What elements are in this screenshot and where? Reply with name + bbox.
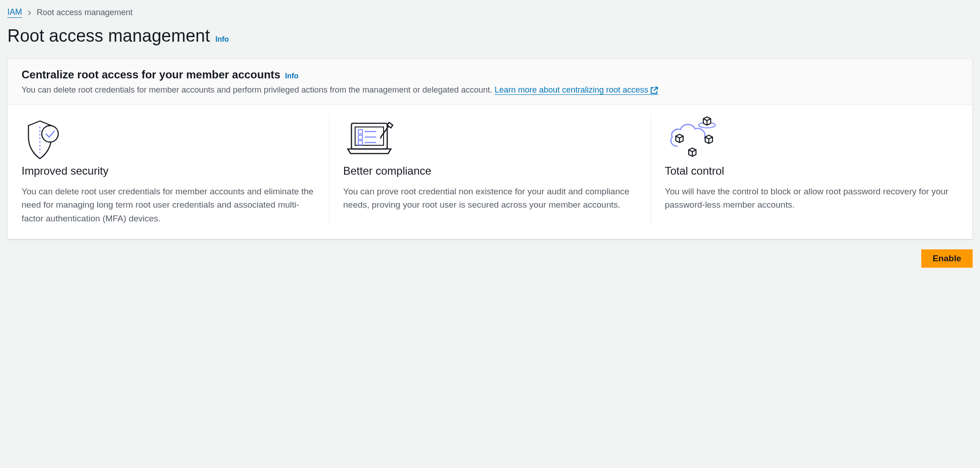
feature-desc: You will have the control to block or al… [665,185,958,212]
svg-point-1 [42,126,58,142]
chevron-right-icon [27,10,32,16]
main-panel: Centralize root access for your member a… [7,59,973,239]
svg-rect-4 [358,130,362,134]
feature-title: Better compliance [343,165,637,177]
feature-better-compliance: Better compliance You can prove root cre… [329,114,651,225]
laptop-checklist-icon [343,114,637,165]
panel-subtitle-text: You can delete root credentials for memb… [22,85,495,94]
external-link-icon [650,86,658,94]
shield-check-icon [22,114,315,165]
feature-title: Total control [665,165,958,177]
cloud-cubes-icon [665,114,958,165]
panel-title: Centralize root access for your member a… [22,68,280,81]
info-link-page[interactable]: Info [215,35,228,44]
learn-more-link[interactable]: Learn more about centralizing root acces… [495,85,658,95]
feature-desc: You can delete root user credentials for… [22,185,315,225]
svg-rect-5 [358,135,362,139]
enable-button[interactable]: Enable [921,249,973,268]
feature-desc: You can prove root credential non existe… [343,185,637,212]
page-title: Root access management [7,26,210,46]
feature-total-control: Total control You will have the control … [651,114,958,225]
panel-subtitle: You can delete root credentials for memb… [22,84,958,96]
info-link-panel[interactable]: Info [285,72,298,80]
learn-more-text: Learn more about centralizing root acces… [495,85,648,94]
breadcrumb-link-iam[interactable]: IAM [7,7,22,18]
features-row: Improved security You can delete root us… [8,105,972,239]
svg-rect-6 [358,141,362,145]
actions-row: Enable [7,249,973,268]
breadcrumb-current: Root access management [37,8,133,17]
panel-header: Centralize root access for your member a… [8,59,972,105]
breadcrumb: IAM Root access management [7,7,973,18]
feature-improved-security: Improved security You can delete root us… [22,114,329,225]
page-header: Root access management Info [7,26,973,46]
feature-title: Improved security [22,165,315,177]
